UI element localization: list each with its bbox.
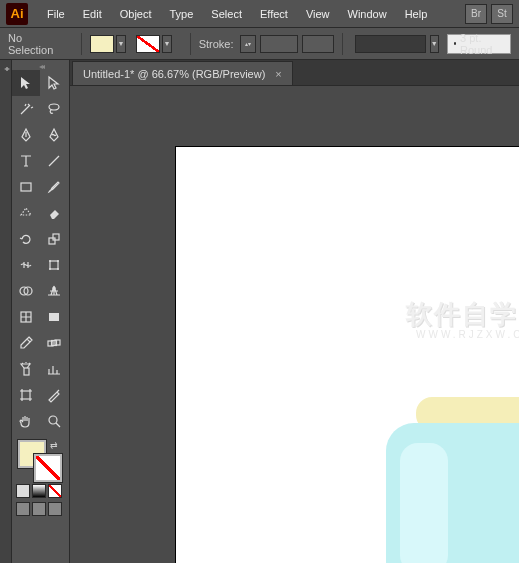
jar-highlight-shape xyxy=(400,443,448,563)
menu-type[interactable]: Type xyxy=(161,0,203,28)
stroke-label: Stroke: xyxy=(199,38,234,50)
eyedropper-tool[interactable] xyxy=(12,330,40,356)
eraser-tool[interactable] xyxy=(40,200,68,226)
svg-point-6 xyxy=(57,260,59,262)
stroke-weight-dropdown[interactable] xyxy=(260,35,298,53)
menu-object[interactable]: Object xyxy=(111,0,161,28)
svg-rect-2 xyxy=(49,238,55,244)
app-logo: Ai xyxy=(6,3,28,25)
curvature-tool[interactable] xyxy=(40,122,68,148)
artboard: 软件自学网 WWW.RJZXW.COM xyxy=(175,146,519,563)
rotate-tool[interactable] xyxy=(12,226,40,252)
bridge-button[interactable]: Br xyxy=(465,4,487,24)
rectangle-tool[interactable] xyxy=(12,174,40,200)
opacity-field[interactable] xyxy=(355,35,426,53)
color-mode-gradient[interactable] xyxy=(32,484,46,498)
work-area: Untitled-1* @ 66.67% (RGB/Preview) × 软件自… xyxy=(70,60,519,563)
direct-selection-tool[interactable] xyxy=(40,70,68,96)
svg-rect-1 xyxy=(21,183,31,191)
zoom-tool[interactable] xyxy=(40,408,68,434)
menu-window[interactable]: Window xyxy=(339,0,396,28)
tools-panel: ◂◂ xyxy=(12,60,70,563)
menu-bar: Ai File Edit Object Type Select Effect V… xyxy=(0,0,519,28)
opacity-dropdown[interactable]: ▼ xyxy=(430,35,439,53)
stroke-color-swatch[interactable] xyxy=(34,454,62,482)
control-bar: No Selection ▼ ▼ Stroke: ▴▾ ▼ 3 pt. Roun… xyxy=(0,28,519,60)
svg-point-0 xyxy=(49,104,59,110)
perspective-grid-tool[interactable] xyxy=(40,278,68,304)
expand-icon: ◂▸ xyxy=(4,64,8,73)
line-tool[interactable] xyxy=(40,148,68,174)
svg-rect-16 xyxy=(24,368,29,375)
document-tab-bar: Untitled-1* @ 66.67% (RGB/Preview) × xyxy=(70,60,519,86)
menu-help[interactable]: Help xyxy=(396,0,437,28)
close-tab-icon[interactable]: × xyxy=(275,68,281,80)
lasso-tool[interactable] xyxy=(40,96,68,122)
pen-tool[interactable] xyxy=(12,122,40,148)
mesh-tool[interactable] xyxy=(12,304,40,330)
shaper-tool[interactable] xyxy=(12,200,40,226)
document-tab[interactable]: Untitled-1* @ 66.67% (RGB/Preview) × xyxy=(72,61,293,85)
svg-rect-17 xyxy=(22,391,30,399)
watermark-text: 软件自学网 xyxy=(406,297,519,332)
svg-rect-4 xyxy=(50,261,58,269)
symbol-sprayer-tool[interactable] xyxy=(12,356,40,382)
svg-rect-12 xyxy=(49,313,59,321)
column-graph-tool[interactable] xyxy=(40,356,68,382)
svg-point-5 xyxy=(49,260,51,262)
stock-button[interactable]: St xyxy=(491,4,513,24)
paintbrush-tool[interactable] xyxy=(40,174,68,200)
stroke-swatch[interactable]: ▼ xyxy=(136,35,172,53)
swap-colors-icon[interactable]: ⇄ xyxy=(50,440,58,450)
shape-builder-tool[interactable] xyxy=(12,278,40,304)
stroke-weight-stepper[interactable]: ▴▾ xyxy=(240,35,256,53)
selection-status: No Selection xyxy=(8,32,57,56)
type-tool[interactable] xyxy=(12,148,40,174)
menu-file[interactable]: File xyxy=(38,0,74,28)
svg-point-7 xyxy=(49,268,51,270)
color-picker[interactable]: ⇄ xyxy=(12,434,69,478)
menu-select[interactable]: Select xyxy=(202,0,251,28)
selection-tool[interactable] xyxy=(12,70,40,96)
menu-effect[interactable]: Effect xyxy=(251,0,297,28)
fill-swatch[interactable]: ▼ xyxy=(90,35,126,53)
svg-point-8 xyxy=(57,268,59,270)
menu-edit[interactable]: Edit xyxy=(74,0,111,28)
free-transform-tool[interactable] xyxy=(40,252,68,278)
magic-wand-tool[interactable] xyxy=(12,96,40,122)
watermark-url: WWW.RJZXW.COM xyxy=(416,329,519,340)
width-tool[interactable] xyxy=(12,252,40,278)
panel-grip[interactable]: ◂◂ xyxy=(12,62,69,70)
document-profile-button[interactable]: 3 pt. Round xyxy=(447,34,511,54)
color-mode-none[interactable] xyxy=(48,484,62,498)
svg-point-18 xyxy=(49,416,57,424)
slice-tool[interactable] xyxy=(40,382,68,408)
color-mode-solid[interactable] xyxy=(16,484,30,498)
draw-inside[interactable] xyxy=(48,502,62,516)
scale-tool[interactable] xyxy=(40,226,68,252)
tab-title: Untitled-1* @ 66.67% (RGB/Preview) xyxy=(83,68,265,80)
draw-behind[interactable] xyxy=(32,502,46,516)
svg-rect-3 xyxy=(53,234,59,240)
menu-view[interactable]: View xyxy=(297,0,339,28)
blend-tool[interactable] xyxy=(40,330,68,356)
draw-normal[interactable] xyxy=(16,502,30,516)
gradient-tool[interactable] xyxy=(40,304,68,330)
canvas[interactable]: 软件自学网 WWW.RJZXW.COM xyxy=(70,86,519,563)
panel-collapse-strip[interactable]: ◂▸ xyxy=(0,60,12,563)
stroke-profile-dropdown[interactable] xyxy=(302,35,334,53)
hand-tool[interactable] xyxy=(12,408,40,434)
artboard-tool[interactable] xyxy=(12,382,40,408)
